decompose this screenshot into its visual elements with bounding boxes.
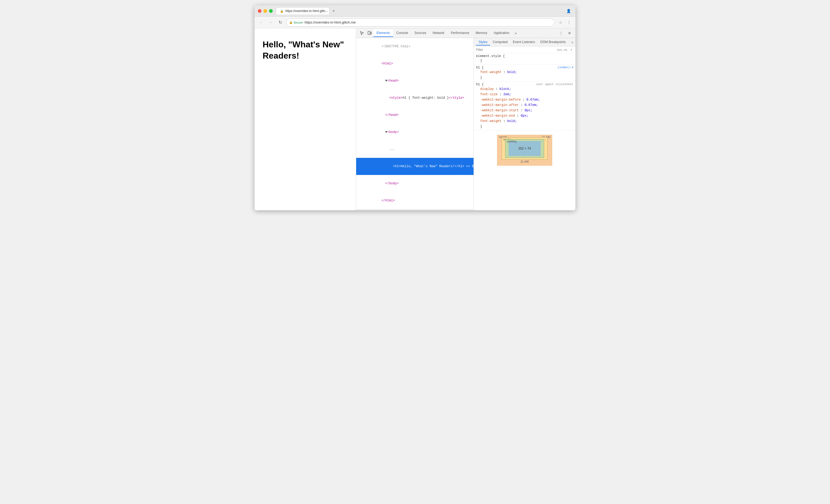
inspect-element-icon[interactable]	[358, 29, 366, 37]
element-head-open[interactable]: ▼<head>	[356, 72, 474, 89]
styles-filter-bar: :hov .cls +	[474, 46, 575, 53]
devtools-body: <!DOCTYPE html> <html> ▼<head> <style>h1…	[356, 38, 575, 210]
styles-filter-actions: +	[570, 48, 573, 52]
styles-filter-input[interactable]	[476, 48, 554, 52]
style-prop-font-weight[interactable]: font-weight : bold;	[476, 69, 573, 75]
style-rule-h1-ua: h1 { user agent stylesheet display : blo…	[474, 82, 575, 130]
svg-rect-0	[368, 31, 370, 34]
more-tabs-button[interactable]: »	[513, 30, 519, 36]
tab-console[interactable]: Console	[393, 29, 411, 37]
styles-filter-hint: :hov .cls	[556, 48, 567, 51]
style-prop-font-weight-ua[interactable]: font-weight : bold;	[476, 119, 573, 124]
reload-button[interactable]: ↻	[277, 19, 284, 26]
element-ellipsis[interactable]: ...	[356, 141, 474, 158]
box-model-container: margin 21.440 border - padding -	[474, 130, 575, 170]
element-h1[interactable]: <h1>Hello, "What's New" Readers!</h1> ==…	[356, 158, 474, 175]
devtools-actions: ⋮ ✕	[557, 29, 573, 37]
styles-panel: Styles Computed Event Listeners DOM Brea…	[474, 38, 575, 210]
elements-breadcrumb: html › body › h1	[356, 209, 474, 210]
devtools-settings-icon[interactable]: ⋮	[557, 29, 565, 37]
subtab-styles[interactable]: Styles	[476, 39, 490, 45]
doctype-text: <!DOCTYPE html>	[381, 45, 410, 49]
style-origin-h1-custom[interactable]: (index):4	[557, 66, 573, 69]
tab-performance[interactable]: Performance	[448, 29, 473, 37]
bookmark-button[interactable]: ☆	[557, 19, 564, 26]
tab-network[interactable]: Network	[429, 29, 448, 37]
page-content: Hello, "What's New" Readers!	[255, 28, 356, 210]
box-model-margin: margin 21.440 border - padding -	[497, 135, 552, 166]
margin-bottom-val[interactable]: 21.440	[502, 160, 548, 163]
subtab-event-listeners[interactable]: Event Listeners	[510, 39, 538, 45]
style-prop-margin-before[interactable]: -webkit-margin-before : 0.67em;	[476, 97, 573, 102]
style-origin-h1-ua: user agent stylesheet	[536, 83, 573, 86]
style-selector-element[interactable]: element.style {	[476, 54, 573, 58]
style-selector-h1-ua[interactable]: h1 { user agent stylesheet	[476, 83, 573, 86]
minimize-button[interactable]	[263, 9, 267, 13]
style-close-h1-custom: }	[476, 75, 573, 80]
forward-button[interactable]: →	[267, 19, 274, 26]
page-heading: Hello, "What's New" Readers!	[263, 39, 348, 61]
devtools-panel: Elements Console Sources Network Perform…	[356, 28, 575, 210]
secure-label: Secure	[294, 21, 303, 24]
tab-memory[interactable]: Memory	[473, 29, 490, 37]
style-prop-margin-end[interactable]: -webkit-margin-end : 0px;	[476, 113, 573, 119]
address-bar: ← → ↻ 🔒 Secure https://overrides-in-html…	[255, 17, 575, 28]
title-bar: 🔒 https://overrides-in-html.glitc... ✕ +…	[255, 5, 575, 17]
style-prop-font-size[interactable]: font-size : 2em;	[476, 92, 573, 97]
style-prop-margin-after[interactable]: -webkit-margin-after : 0.67em;	[476, 102, 573, 108]
box-model-content: - 352 × 74 -	[509, 141, 541, 156]
element-style[interactable]: <style>h1 { font-weight: bold }</style>	[356, 89, 474, 106]
tab-application[interactable]: Application	[490, 29, 513, 37]
tab-elements[interactable]: Elements	[373, 29, 393, 37]
back-button[interactable]: ←	[257, 19, 265, 26]
tab-favicon: 🔒	[280, 9, 284, 13]
subtab-dom-breakpoints[interactable]: DOM Breakpoints	[538, 39, 569, 45]
element-body-open[interactable]: ▼<body>	[356, 124, 474, 141]
element-html-open[interactable]: <html>	[356, 55, 474, 72]
content-height[interactable]: 74	[527, 147, 531, 150]
style-close-element: }	[476, 58, 573, 63]
url-text: https://overrides-in-html.glitch.me	[305, 20, 356, 24]
close-button[interactable]	[258, 9, 261, 13]
content-dash-top: -	[514, 144, 535, 147]
style-prop-display[interactable]: display : block;	[476, 86, 573, 92]
element-html-close[interactable]: </html>	[356, 192, 474, 209]
content-size: 352 × 74	[514, 147, 535, 150]
subtab-computed[interactable]: Computed	[490, 39, 510, 45]
subtab-more[interactable]: »	[571, 40, 573, 44]
svg-rect-1	[370, 32, 372, 34]
element-body-close[interactable]: </body>	[356, 175, 474, 192]
styles-subtabs: Styles Computed Event Listeners DOM Brea…	[474, 38, 575, 46]
add-style-button[interactable]: +	[570, 48, 573, 52]
url-bar[interactable]: 🔒 Secure https://overrides-in-html.glitc…	[286, 19, 554, 27]
new-tab-button[interactable]: +	[330, 8, 337, 14]
content-dash-bottom: -	[514, 150, 535, 153]
border-val[interactable]: -	[545, 138, 546, 141]
tab-sources[interactable]: Sources	[411, 29, 429, 37]
window-controls	[258, 9, 273, 13]
style-rule-element: element.style { }	[474, 53, 575, 65]
browser-tab[interactable]: 🔒 https://overrides-in-html.glitc... ✕	[276, 7, 329, 14]
box-model-border: border - padding - -	[502, 137, 548, 160]
element-head-close[interactable]: </head>	[356, 106, 474, 124]
content-width[interactable]: 352	[518, 147, 523, 150]
padding-val[interactable]: -	[541, 140, 542, 143]
tab-bar: 🔒 https://overrides-in-html.glitc... ✕ +	[276, 7, 565, 14]
user-icon[interactable]: 👤	[565, 7, 572, 15]
tab-label: https://overrides-in-html.glitc...	[285, 9, 328, 13]
style-rule-h1-custom: h1 { (index):4 font-weight : bold; }	[474, 65, 575, 82]
padding-label: padding	[507, 140, 517, 143]
devtools-close-button[interactable]: ✕	[566, 29, 573, 37]
device-toolbar-icon[interactable]	[366, 29, 373, 37]
style-close-h1-ua: }	[476, 124, 573, 129]
title-bar-actions: 👤	[565, 7, 572, 15]
menu-button[interactable]: ⋮	[565, 19, 573, 26]
style-prop-margin-start[interactable]: -webkit-margin-start : 0px;	[476, 108, 573, 113]
element-doctype[interactable]: <!DOCTYPE html>	[356, 38, 474, 55]
maximize-button[interactable]	[269, 9, 273, 13]
lock-icon: 🔒	[289, 21, 293, 24]
main-content: Hello, "What's New" Readers! Elements	[255, 28, 575, 210]
devtools-tabs: Elements Console Sources Network Perform…	[356, 28, 575, 38]
styles-content: element.style { } h1 { (index):4	[474, 53, 575, 210]
style-selector-h1-custom[interactable]: h1 { (index):4	[476, 66, 573, 69]
